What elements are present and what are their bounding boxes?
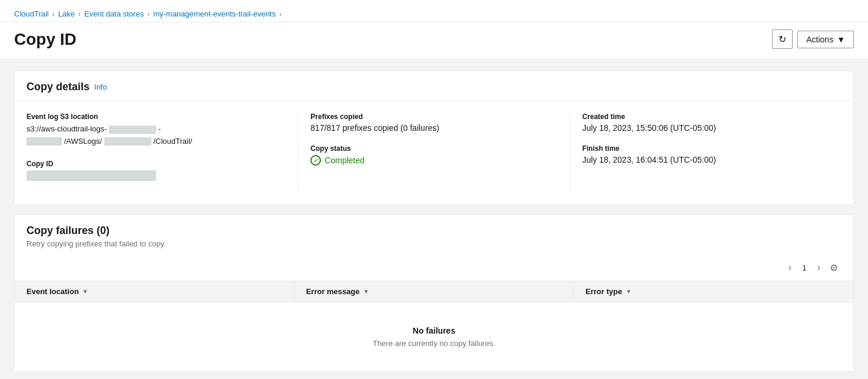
th-event-location-label: Event location [26, 287, 79, 296]
created-time-value: July 18, 2023, 15:50:06 (UTC-05:00) [582, 123, 830, 133]
breadcrumb: CloudTrail › Lake › Event data stores › … [14, 5, 854, 22]
sort-icon-error-message: ▼ [363, 288, 369, 295]
copy-status-label: Copy status [310, 144, 558, 153]
detail-col-2: Prefixes copied 817/817 prefixes copied … [298, 113, 569, 193]
pagination-prev-button[interactable]: ‹ [785, 260, 795, 275]
finish-time-label: Finish time [582, 144, 830, 153]
breadcrumb-trail-events[interactable]: my-management-events-trail-events [153, 9, 276, 18]
breadcrumb-sep-4: › [279, 10, 281, 18]
th-error-type-label: Error type [585, 287, 622, 296]
s3-location-item: Event log S3 location s3://aws-cloudtrai… [26, 113, 286, 148]
page-title: Copy ID [14, 30, 77, 49]
breadcrumb-sep-3: › [147, 10, 150, 18]
s3-dash: - [158, 124, 161, 133]
breadcrumb-event-data-stores[interactable]: Event data stores [84, 9, 144, 18]
refresh-icon: ↻ [778, 34, 786, 45]
detail-col-3: Created time July 18, 2023, 15:50:06 (UT… [570, 113, 842, 193]
copy-details-title: Copy details [26, 81, 90, 93]
copy-status-value: Completed [310, 155, 558, 166]
check-circle-icon [310, 155, 321, 166]
created-time-item: Created time July 18, 2023, 15:50:06 (UT… [582, 113, 830, 133]
s3-awslogs: /AWSLogs/ [64, 137, 102, 146]
chevron-down-icon: ▼ [837, 35, 845, 44]
s3-location-value: s3://aws-cloudtrail-logs- - /AWSLogs/ /C… [26, 123, 286, 148]
info-link[interactable]: Info [94, 83, 107, 91]
s3-redacted-2 [26, 137, 62, 146]
breadcrumb-lake[interactable]: Lake [58, 9, 75, 18]
copy-id-label: Copy ID [26, 160, 286, 168]
breadcrumb-sep-2: › [78, 10, 81, 18]
th-error-type: Error type ▼ [574, 281, 853, 302]
breadcrumb-cloudtrail[interactable]: CloudTrail [14, 9, 49, 18]
s3-cloudtrail: /CloudTrail/ [153, 137, 192, 146]
s3-redacted-3 [104, 137, 151, 146]
s3-redacted-1 [109, 126, 156, 134]
prefixes-value: 817/817 prefixes copied (0 failures) [310, 123, 558, 133]
actions-label: Actions [806, 35, 833, 44]
table-empty-state: No failures There are currently no copy … [15, 302, 853, 371]
copy-failures-card: Copy failures (0) Retry copying prefixes… [14, 215, 854, 372]
finish-time-value: July 18, 2023, 16:04:51 (UTC-05:00) [582, 155, 830, 164]
copy-details-card: Copy details Info Event log S3 location … [14, 71, 854, 205]
prefixes-label: Prefixes copied [310, 113, 558, 121]
gear-icon: ⚙ [830, 263, 838, 273]
actions-button[interactable]: Actions ▼ [797, 31, 854, 48]
table-header: Event location ▼ Error message ▼ Error t… [15, 281, 853, 302]
failures-subtitle: Retry copying prefixes that failed to co… [26, 239, 842, 248]
copy-status-item: Copy status Completed [310, 144, 558, 166]
copy-id-item: Copy ID [26, 160, 286, 181]
sort-icon-event-location: ▼ [82, 288, 88, 295]
copy-details-body: Event log S3 location s3://aws-cloudtrai… [15, 101, 853, 205]
failures-title-text: Copy failures (0) [26, 225, 110, 236]
status-text: Completed [324, 156, 365, 165]
main-content: Copy details Info Event log S3 location … [0, 59, 868, 379]
finish-time-item: Finish time July 18, 2023, 16:04:51 (UTC… [582, 144, 830, 164]
th-error-message-label: Error message [306, 287, 360, 296]
s3-prefix: s3://aws-cloudtrail-logs- [26, 124, 107, 133]
pagination-page-number: 1 [797, 261, 811, 275]
details-grid: Event log S3 location s3://aws-cloudtrai… [26, 113, 842, 193]
refresh-button[interactable]: ↻ [772, 29, 793, 49]
header-actions: ↻ Actions ▼ [772, 29, 854, 49]
failures-title-row: Copy failures (0) [26, 225, 842, 237]
created-time-label: Created time [582, 113, 830, 121]
th-error-message: Error message ▼ [294, 281, 574, 302]
detail-col-1: Event log S3 location s3://aws-cloudtrai… [26, 113, 298, 193]
copy-id-value-redacted [26, 170, 156, 181]
s3-location-label: Event log S3 location [26, 113, 286, 121]
prefixes-item: Prefixes copied 817/817 prefixes copied … [310, 113, 558, 133]
copy-failures-header: Copy failures (0) Retry copying prefixes… [15, 215, 853, 255]
empty-title: No failures [26, 326, 842, 335]
breadcrumb-sep-1: › [52, 10, 55, 18]
sort-icon-error-type: ▼ [625, 288, 631, 295]
copy-details-header: Copy details Info [15, 71, 853, 101]
pagination-row: ‹ 1 › ⚙ [15, 255, 853, 281]
pagination-settings-button[interactable]: ⚙ [826, 260, 842, 276]
th-event-location: Event location ▼ [15, 281, 294, 302]
empty-subtitle: There are currently no copy failures. [26, 339, 842, 348]
pagination-next-button[interactable]: › [814, 260, 824, 275]
page-header: Copy ID ↻ Actions ▼ [0, 22, 868, 59]
